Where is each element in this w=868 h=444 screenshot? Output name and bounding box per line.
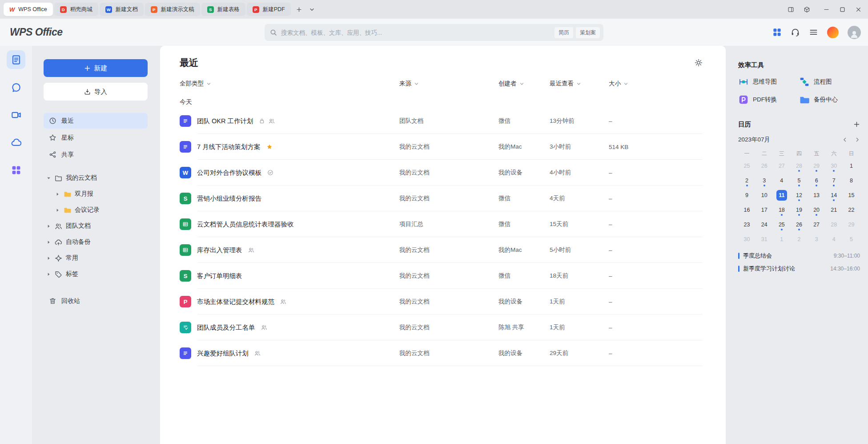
apps-grid-icon[interactable] [772, 28, 782, 37]
file-row[interactable]: P市场主体登记提交材料规范我的云文档我的设备1天前– [180, 289, 703, 315]
sidebar-item-auto-backup[interactable]: 自动备份 [44, 234, 148, 250]
calendar-day[interactable]: 29 [843, 217, 860, 232]
file-row[interactable]: W公司对外合作协议模板我的云文档我的设备4小时前– [180, 160, 703, 186]
calendar-day[interactable]: 28 [825, 217, 843, 232]
search-bar[interactable]: 简历策划案 [265, 24, 603, 41]
calendar-day[interactable]: 4 [773, 173, 790, 188]
customer-service-icon[interactable] [791, 28, 800, 37]
calendar-next-icon[interactable] [855, 137, 860, 142]
event-item[interactable]: 季度总结会9:30–11:00 [738, 252, 860, 260]
event-item[interactable]: 新季度学习计划讨论14:30–16:00 [738, 265, 860, 273]
tab-new-pdf[interactable]: P新建PDF [247, 3, 291, 16]
sidebar-item-recent[interactable]: 最近 [44, 113, 148, 129]
tab-new-doc[interactable]: W新建文档 [100, 3, 144, 16]
calendar-day[interactable]: 26 [790, 217, 808, 232]
rail-meeting-icon[interactable] [7, 105, 25, 124]
calendar-day[interactable]: 26 [755, 158, 773, 173]
calendar-day[interactable]: 2 [738, 173, 755, 188]
calendar-day[interactable]: 24 [755, 217, 773, 232]
calendar-day[interactable]: 31 [755, 232, 773, 246]
close-button[interactable] [855, 6, 862, 13]
tool-backup-center[interactable]: 备份中心 [799, 94, 860, 105]
tool-flowchart[interactable]: 流程图 [799, 77, 860, 87]
sidebar-item-my-cloud-docs[interactable]: 我的云文档 [44, 170, 148, 186]
rail-cloud-drive-icon[interactable] [7, 133, 25, 152]
calendar-day[interactable]: 2 [790, 232, 808, 246]
sidebar-item-tags[interactable]: 标签 [44, 266, 148, 282]
calendar-day[interactable]: 8 [843, 173, 860, 188]
calendar-day[interactable]: 15 [843, 188, 860, 202]
calendar-day[interactable]: 13 [808, 188, 825, 202]
calendar-day[interactable]: 1 [773, 232, 790, 246]
calendar-prev-icon[interactable] [842, 137, 848, 142]
calendar-day[interactable]: 20 [808, 202, 825, 217]
file-row[interactable]: 7 月线下活动策划方案我的云文档我的Mac3小时前514 KB [180, 134, 703, 160]
toggle-sidebar-icon[interactable] [788, 6, 794, 13]
calendar-day[interactable]: 27 [808, 217, 825, 232]
sidebar-item-shared[interactable]: 共享 [44, 147, 148, 162]
calendar-day[interactable]: 12 [790, 188, 808, 202]
user-avatar[interactable] [848, 26, 861, 39]
file-row[interactable]: 云文档管人员信息统计表理器验收项目汇总微信15天前– [180, 211, 703, 237]
calendar-day[interactable]: 28 [790, 158, 808, 173]
file-row[interactable]: 库存出入管理表我的云文档我的Mac5小时前– [180, 237, 703, 263]
search-input[interactable] [281, 29, 551, 36]
calendar-day[interactable]: 22 [843, 202, 860, 217]
tool-pdf-convert[interactable]: PDF转换 [738, 94, 799, 105]
file-row[interactable]: 团队 OKR 工作计划团队文档微信13分钟前– [180, 108, 703, 134]
calendar-day[interactable]: 3 [755, 173, 773, 188]
calendar-day[interactable]: 5 [843, 232, 860, 246]
calendar-day[interactable]: 23 [738, 217, 755, 232]
global-menu-icon[interactable] [809, 28, 818, 37]
tab-overview-dropdown[interactable] [309, 7, 315, 12]
filter-type[interactable]: 全部类型 [180, 80, 399, 88]
rail-chat-icon[interactable] [7, 78, 25, 97]
minimize-button[interactable] [823, 6, 830, 13]
sidebar-item-frequent[interactable]: 常用 [44, 250, 148, 266]
tab-new-slides[interactable]: P新建演示文稿 [145, 3, 200, 16]
filter-size[interactable]: 大小 [609, 80, 703, 88]
sidebar-item-bimonthly-report[interactable]: 双月报 [44, 186, 148, 202]
add-event-icon[interactable] [853, 121, 860, 128]
calendar-day[interactable]: 21 [825, 202, 843, 217]
calendar-day[interactable]: 30 [825, 158, 843, 173]
calendar-day[interactable]: 5 [790, 173, 808, 188]
file-row[interactable]: 兴趣爱好组队计划我的云文档我的设备29天前– [180, 340, 703, 366]
calendar-day[interactable]: 16 [738, 202, 755, 217]
search-chip[interactable]: 策划案 [576, 27, 600, 38]
calendar-day[interactable]: 25 [773, 217, 790, 232]
file-row[interactable]: S营销小组业绩分析报告我的云文档微信4天前– [180, 186, 703, 211]
sidebar-item-team-docs[interactable]: 团队文档 [44, 218, 148, 234]
new-tab-button[interactable] [296, 7, 302, 12]
calendar-day[interactable]: 1 [843, 158, 860, 173]
filter-creator[interactable]: 创建者 [498, 80, 550, 88]
member-badge-icon[interactable] [827, 27, 839, 38]
calendar-day[interactable]: 3 [808, 232, 825, 246]
tab-new-sheet[interactable]: S新建表格 [201, 3, 245, 16]
file-row[interactable]: S客户订单明细表我的云文档微信18天前– [180, 263, 703, 289]
search-chip[interactable]: 简历 [555, 27, 573, 38]
sidebar-item-trash[interactable]: 回收站 [44, 293, 148, 309]
settings-gear-icon[interactable] [695, 59, 703, 67]
calendar-day[interactable]: 25 [738, 158, 755, 173]
sidebar-item-meeting-notes[interactable]: 会议记录 [44, 202, 148, 218]
calendar-day[interactable]: 10 [755, 188, 773, 202]
tab-docer-mall[interactable]: D稻壳商城 [54, 3, 98, 16]
calendar-day[interactable]: 4 [825, 232, 843, 246]
calendar-day[interactable]: 6 [808, 173, 825, 188]
rail-docs-icon[interactable] [7, 50, 25, 69]
calendar-day[interactable]: 29 [808, 158, 825, 173]
file-row[interactable]: 团队成员及分工名单我的云文档陈旭 共享1天前– [180, 315, 703, 340]
filter-source[interactable]: 来源 [399, 80, 498, 88]
filter-viewed[interactable]: 最近查看 [550, 80, 609, 88]
sidebar-item-starred[interactable]: 星标 [44, 130, 148, 145]
workspace-icon[interactable] [804, 6, 810, 13]
calendar-day[interactable]: 7 [825, 173, 843, 188]
calendar-day[interactable]: 30 [738, 232, 755, 246]
calendar-day[interactable]: 17 [755, 202, 773, 217]
calendar-day[interactable]: 27 [773, 158, 790, 173]
maximize-button[interactable] [839, 6, 846, 13]
calendar-day[interactable]: 19 [790, 202, 808, 217]
calendar-day[interactable]: 18 [773, 202, 790, 217]
tool-mindmap[interactable]: 思维导图 [738, 77, 799, 87]
